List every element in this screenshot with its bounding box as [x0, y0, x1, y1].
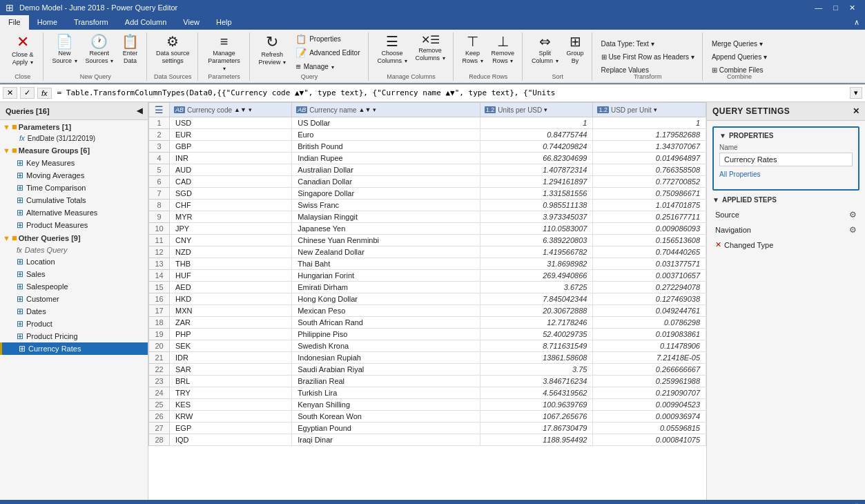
sidebar-item-parameters-group[interactable]: ▼ ■ Parameters [1]: [0, 120, 148, 133]
sidebar-item-cumulative-totals[interactable]: ⊞ Cumulative Totals: [0, 194, 148, 206]
sidebar-item-enddate[interactable]: fx EndDate (31/12/2019): [0, 133, 148, 144]
step-changed-type[interactable]: ✕ Changed Type: [712, 238, 859, 251]
remove-rows-button[interactable]: ⊥ RemoveRows ▾: [488, 32, 518, 67]
refresh-preview-button[interactable]: ↻ RefreshPreview ▾: [255, 32, 290, 68]
step-navigation[interactable]: Navigation ⚙: [712, 223, 859, 237]
table-row[interactable]: 6 CAD Canadian Dollar 1.294161897 0.7727…: [149, 176, 706, 188]
first-row-headers-button[interactable]: ⊞ Use First Row as Headers ▾: [598, 52, 698, 62]
table-row[interactable]: 22 SAR Saudi Arabian Riyal 3.75 0.266666…: [149, 364, 706, 376]
sidebar-item-moving-averages[interactable]: ⊞ Moving Averages: [0, 169, 148, 182]
data-type-button[interactable]: Data Type: Text ▾: [598, 39, 658, 49]
sidebar-item-product-measures[interactable]: ⊞ Product Measures: [0, 219, 148, 231]
table-row[interactable]: 13 THB Thai Baht 31.8698982 0.031377571: [149, 258, 706, 270]
table-row[interactable]: 19 PHP Philippine Piso 52.40029735 0.019…: [149, 329, 706, 340]
table-row[interactable]: 16 HKD Hong Kong Dollar 7.845042344 0.12…: [149, 293, 706, 305]
append-queries-button[interactable]: Append Queries ▾: [708, 52, 770, 62]
sidebar-item-currency-rates[interactable]: ⊞ Currency Rates: [0, 342, 148, 355]
sidebar-item-time-comparison[interactable]: ⊞ Time Comparison: [0, 182, 148, 194]
table-row[interactable]: 12 NZD New Zealand Dollar 1.419566782 0.…: [149, 246, 706, 258]
sidebar-item-customer[interactable]: ⊞ Customer: [0, 293, 148, 305]
close-btn[interactable]: ✕: [845, 3, 859, 12]
sidebar-item-dates-query[interactable]: fx Dates Query: [0, 244, 148, 255]
merge-queries-button[interactable]: Merge Queries ▾: [708, 39, 766, 49]
step-source[interactable]: Source ⚙: [712, 208, 859, 222]
usd-filter-icon[interactable]: ▾: [654, 106, 657, 113]
sidebar-item-sales[interactable]: ⊞ Sales: [0, 268, 148, 280]
ribbon-collapse-btn[interactable]: ∧: [848, 15, 865, 30]
sidebar-item-key-measures[interactable]: ⊞ Key Measures: [0, 157, 148, 169]
minimize-btn[interactable]: —: [810, 3, 826, 12]
table-row[interactable]: 17 MXN Mexican Peso 20.30672888 0.049244…: [149, 305, 706, 317]
tab-home[interactable]: Home: [29, 15, 66, 30]
sidebar-item-location[interactable]: ⊞ Location: [0, 255, 148, 268]
table-row[interactable]: 9 MYR Malaysian Ringgit 3.973345037 0.25…: [149, 211, 706, 223]
col-header-currency-name[interactable]: AB Currency name ▲▼ ▾: [292, 103, 480, 117]
keep-rows-button[interactable]: ⊤ KeepRows ▾: [459, 32, 487, 67]
tab-transform[interactable]: Transform: [66, 15, 117, 30]
currency-code-filter-icon[interactable]: ▾: [249, 106, 252, 113]
all-properties-link[interactable]: All Properties: [719, 171, 853, 178]
step-source-gear[interactable]: ⚙: [849, 210, 857, 220]
table-row[interactable]: 21 IDR Indonesian Rupiah 13861.58608 7.2…: [149, 352, 706, 364]
close-apply-button[interactable]: ✕ Close &Apply ▾: [7, 32, 39, 68]
cancel-formula-btn[interactable]: ✕: [3, 87, 17, 99]
table-row[interactable]: 1 USD US Dollar 1 1: [149, 117, 706, 129]
query-settings-close-btn[interactable]: ✕: [853, 106, 860, 116]
table-row[interactable]: 7 SGD Singapore Dollar 1.331581556 0.750…: [149, 188, 706, 200]
formula-input[interactable]: = Table.TransformColumnTypes(Data0,{{"Cu…: [55, 87, 847, 99]
sidebar-collapse-btn[interactable]: ◀: [137, 106, 142, 115]
sidebar-item-product[interactable]: ⊞ Product: [0, 318, 148, 330]
table-row[interactable]: 26 KRW South Korean Won 1067.265676 0.00…: [149, 411, 706, 423]
fx-button[interactable]: fx: [37, 88, 52, 99]
window-controls[interactable]: — □ ✕: [810, 3, 859, 12]
table-row[interactable]: 14 HUF Hungarian Forint 269.4940866 0.00…: [149, 270, 706, 282]
table-row[interactable]: 3 GBP British Pound 0.744209824 1.343707…: [149, 141, 706, 153]
col-header-currency-code[interactable]: AB Currency code ▲▼ ▾: [170, 103, 292, 117]
enter-data-button[interactable]: 📋 EnterData: [118, 32, 142, 67]
table-row[interactable]: 18 ZAR South African Rand 12.7178246 0.0…: [149, 317, 706, 329]
tab-view[interactable]: View: [175, 15, 208, 30]
currency-name-filter-icon[interactable]: ▾: [373, 106, 376, 113]
table-row[interactable]: 25 KES Kenyan Shilling 100.9639769 0.009…: [149, 399, 706, 411]
name-value[interactable]: Currency Rates: [719, 153, 853, 166]
maximize-btn[interactable]: □: [829, 3, 842, 12]
step-changed-type-delete[interactable]: ✕: [715, 240, 721, 249]
data-source-settings-button[interactable]: ⚙ Data sourcesettings: [153, 32, 193, 67]
manage-button[interactable]: ≡ Manage ▾: [292, 60, 363, 73]
sidebar-item-measure-groups[interactable]: ▼ ■ Measure Groups [6]: [0, 144, 148, 157]
sidebar-item-alternative-measures[interactable]: ⊞ Alternative Measures: [0, 206, 148, 219]
table-row[interactable]: 20 SEK Swedish Krona 8.711631549 0.11478…: [149, 340, 706, 352]
col-header-usd-per-unit[interactable]: 1.2 USD per Unit ▾: [593, 103, 706, 117]
table-row[interactable]: 10 JPY Japanese Yen 110.0583007 0.009086…: [149, 223, 706, 235]
confirm-formula-btn[interactable]: ✓: [20, 87, 35, 99]
group-by-button[interactable]: ⊞ GroupBy: [563, 32, 587, 67]
tab-help[interactable]: Help: [208, 15, 240, 30]
tab-add-column[interactable]: Add Column: [117, 15, 175, 30]
split-column-button[interactable]: ⇔ SplitColumn ▾: [528, 32, 562, 67]
table-row[interactable]: 27 EGP Egyptian Pound 17.86730479 0.0559…: [149, 423, 706, 434]
table-row[interactable]: 8 CHF Swiss Franc 0.985511138 1.01470187…: [149, 200, 706, 211]
sidebar-item-other-queries[interactable]: ▼ ■ Other Queries [9]: [0, 231, 148, 244]
new-source-button[interactable]: 📄 NewSource ▾: [49, 32, 81, 67]
table-row[interactable]: 11 CNY Chinese Yuan Renminbi 6.389220803…: [149, 235, 706, 246]
advanced-editor-button[interactable]: 📝 Advanced Editor: [292, 46, 363, 59]
step-navigation-gear[interactable]: ⚙: [849, 225, 857, 235]
units-filter-icon[interactable]: ▾: [544, 106, 547, 113]
table-row[interactable]: 5 AUD Australian Dollar 1.407872314 0.76…: [149, 164, 706, 176]
table-row[interactable]: 23 BRL Brazilian Real 3.846716234 0.2599…: [149, 376, 706, 387]
properties-button[interactable]: 📋 Properties: [292, 32, 363, 46]
table-row[interactable]: 15 AED Emirati Dirham 3.6725 0.272294078: [149, 282, 706, 293]
table-row[interactable]: 24 TRY Turkish Lira 4.564319562 0.219090…: [149, 387, 706, 399]
col-header-units-per-usd[interactable]: 1.2 Units per USD ▾: [480, 103, 593, 117]
grid-container[interactable]: ☰ AB Currency code ▲▼ ▾: [148, 102, 706, 500]
table-row[interactable]: 2 EUR Euro 0.84775744 1.179582688: [149, 129, 706, 141]
manage-parameters-button[interactable]: ≡ ManageParameters ▾: [204, 32, 245, 74]
sidebar-item-product-pricing[interactable]: ⊞ Product Pricing: [0, 330, 148, 342]
choose-columns-button[interactable]: ☰ ChooseColumns ▾: [374, 32, 411, 67]
sidebar-item-salespeople[interactable]: ⊞ Salespeople: [0, 280, 148, 293]
formula-expand-btn[interactable]: ▾: [850, 87, 862, 99]
recent-sources-button[interactable]: 🕐 RecentSources ▾: [82, 32, 117, 67]
tab-file[interactable]: File: [0, 15, 29, 30]
table-row[interactable]: 28 IQD Iraqi Dinar 1188.954492 0.0008410…: [149, 434, 706, 446]
table-row[interactable]: 4 INR Indian Rupee 66.82304699 0.0149648…: [149, 153, 706, 164]
